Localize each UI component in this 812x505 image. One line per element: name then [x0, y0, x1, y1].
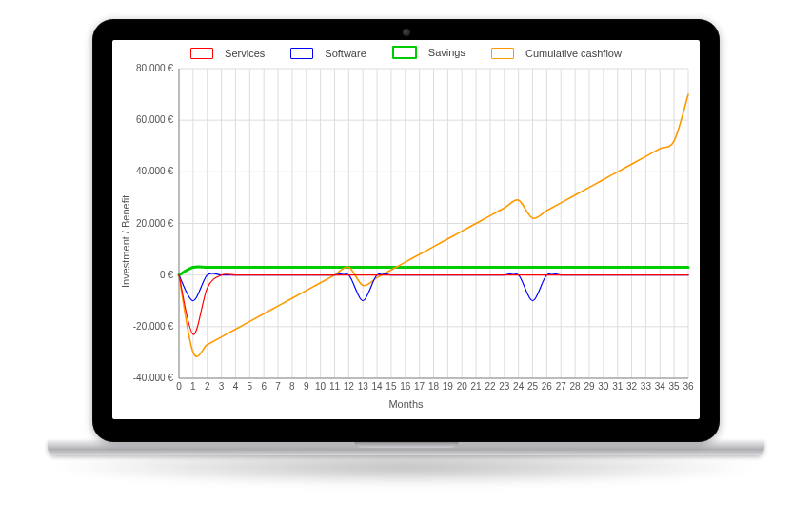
- svg-text:15: 15: [386, 381, 397, 392]
- legend-label: Cumulative cashflow: [525, 48, 622, 59]
- svg-text:2: 2: [205, 381, 210, 392]
- svg-text:-20.000 €: -20.000 €: [133, 321, 174, 332]
- line-chart: 80.000 €60.000 €40.000 €20.000 €0 €-20.0…: [112, 40, 700, 419]
- svg-text:4: 4: [233, 381, 239, 392]
- legend-item-savings: Savings: [386, 46, 471, 59]
- svg-text:18: 18: [428, 381, 440, 392]
- svg-text:24: 24: [513, 381, 525, 392]
- svg-text:12: 12: [344, 381, 355, 392]
- svg-text:22: 22: [485, 381, 496, 392]
- svg-text:17: 17: [414, 381, 426, 392]
- svg-text:40.000 €: 40.000 €: [136, 166, 173, 176]
- svg-text:20.000 €: 20.000 €: [136, 218, 173, 229]
- svg-text:23: 23: [499, 381, 510, 392]
- svg-text:0 €: 0 €: [160, 270, 173, 280]
- svg-text:26: 26: [542, 381, 553, 392]
- y-axis-label: Investment / Benefit: [120, 195, 131, 288]
- svg-text:10: 10: [315, 381, 327, 392]
- legend-item-cumulative: Cumulative cashflow: [485, 48, 627, 59]
- svg-text:3: 3: [219, 381, 225, 392]
- chart-legend: Services Software Savings Cumulative cas…: [112, 46, 700, 61]
- svg-text:31: 31: [612, 381, 624, 392]
- svg-text:25: 25: [527, 381, 539, 392]
- svg-text:13: 13: [358, 381, 369, 392]
- swatch-services: [190, 48, 213, 59]
- laptop-mockup: Services Software Savings Cumulative cas…: [0, 0, 812, 505]
- svg-text:28: 28: [570, 381, 582, 392]
- svg-text:0: 0: [176, 381, 182, 392]
- svg-text:33: 33: [641, 381, 652, 392]
- svg-text:20: 20: [457, 381, 468, 392]
- svg-text:6: 6: [261, 381, 267, 392]
- svg-text:7: 7: [275, 381, 281, 392]
- legend-item-software: Software: [285, 48, 371, 59]
- swatch-cumulative: [491, 48, 514, 59]
- svg-text:14: 14: [371, 381, 383, 392]
- svg-text:8: 8: [289, 381, 295, 392]
- svg-text:21: 21: [471, 381, 483, 392]
- svg-text:35: 35: [669, 381, 681, 392]
- svg-text:80.000 €: 80.000 €: [136, 63, 173, 73]
- svg-text:36: 36: [683, 381, 694, 392]
- svg-text:-40.000 €: -40.000 €: [133, 373, 174, 383]
- svg-text:11: 11: [329, 381, 341, 392]
- camera-icon: [403, 29, 410, 36]
- svg-text:1: 1: [190, 381, 196, 392]
- legend-label: Services: [225, 48, 265, 59]
- svg-text:30: 30: [598, 381, 609, 392]
- swatch-software: [290, 48, 313, 59]
- x-axis-label: Months: [112, 398, 700, 410]
- legend-label: Savings: [428, 47, 465, 58]
- legend-item-services: Services: [185, 48, 270, 59]
- svg-text:29: 29: [584, 381, 595, 392]
- svg-text:19: 19: [443, 381, 454, 392]
- svg-text:5: 5: [248, 381, 253, 392]
- svg-text:27: 27: [556, 381, 567, 392]
- legend-label: Software: [325, 48, 366, 59]
- svg-text:32: 32: [626, 381, 638, 392]
- svg-text:60.000 €: 60.000 €: [136, 114, 173, 125]
- screen: Services Software Savings Cumulative cas…: [112, 40, 700, 419]
- svg-text:34: 34: [655, 381, 666, 392]
- svg-text:9: 9: [304, 381, 309, 392]
- swatch-savings: [392, 46, 417, 59]
- svg-text:16: 16: [400, 381, 411, 392]
